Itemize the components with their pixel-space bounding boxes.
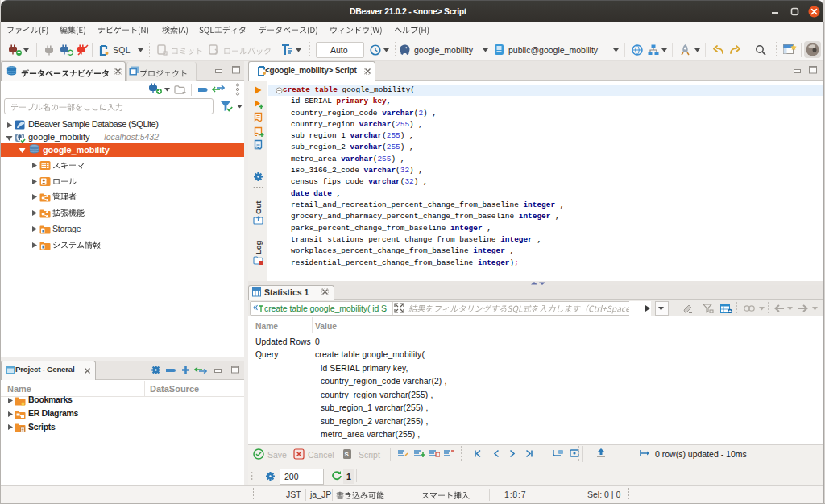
svg-text:S: S: [345, 451, 350, 458]
